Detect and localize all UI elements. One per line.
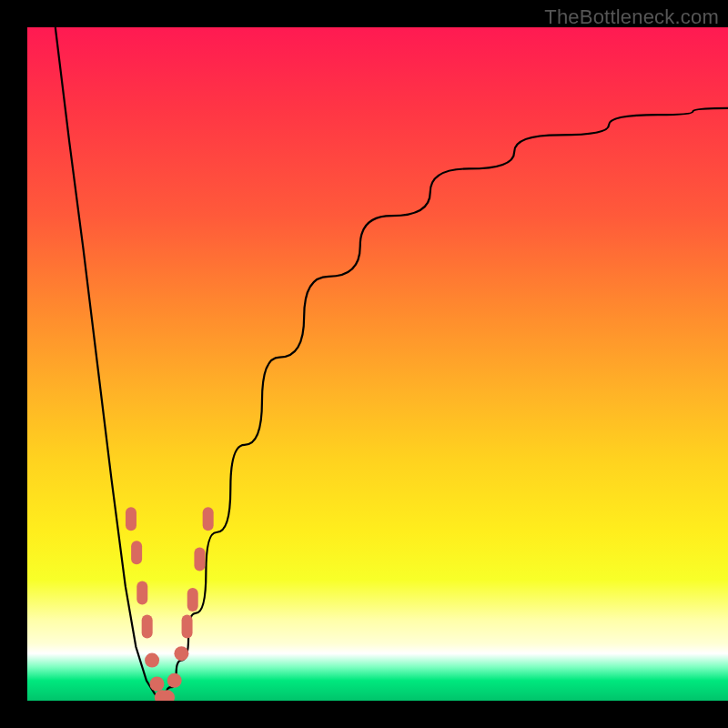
marker-group — [126, 507, 214, 701]
marker-dot — [149, 677, 164, 692]
plot-area — [27, 27, 728, 701]
marker-dot — [145, 653, 159, 668]
marker-pill — [142, 615, 153, 639]
curve-right-branch — [162, 108, 728, 701]
marker-pill — [187, 588, 198, 612]
marker-pill — [136, 581, 147, 605]
marker-pill — [194, 548, 205, 571]
watermark-text: TheBottleneck.com — [544, 5, 719, 29]
curve-svg — [27, 27, 728, 701]
marker-dot — [167, 673, 182, 688]
marker-pill — [182, 615, 193, 639]
marker-pill — [126, 507, 136, 531]
chart-frame: TheBottleneck.com — [0, 0, 728, 728]
marker-dot — [174, 646, 188, 661]
marker-pill — [203, 507, 214, 531]
marker-pill — [131, 541, 142, 564]
